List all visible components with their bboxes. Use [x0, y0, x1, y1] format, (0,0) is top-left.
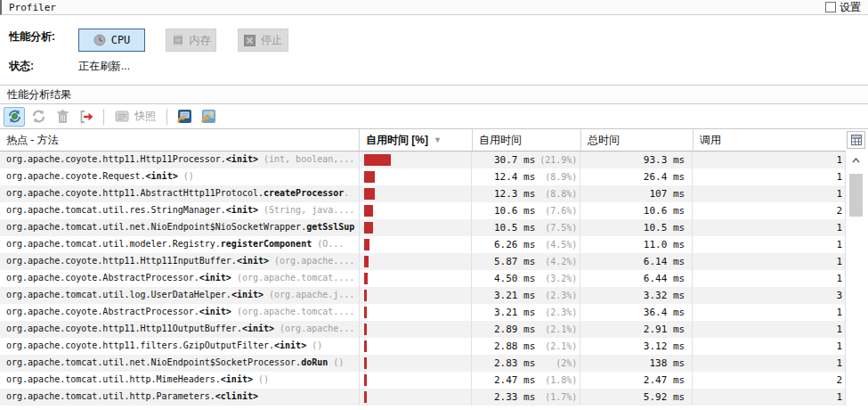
- memory-chip-icon: [172, 35, 184, 45]
- selftime-pct: (8.9%): [535, 172, 577, 182]
- selftime-pct: (2.3%): [535, 291, 577, 300]
- selftime-bar: [364, 239, 369, 250]
- invocations-value: 1: [692, 270, 845, 287]
- selftime-pct: (21.9%): [535, 155, 577, 165]
- table-row[interactable]: org.apache.coyote.AbstractProcessor.<ini…: [0, 270, 845, 287]
- selftime-pct: (3.2%): [535, 274, 577, 283]
- method-package: org.apache.tomcat.util.net.NioEndpoint$N…: [6, 222, 306, 232]
- stop-button-label: 停止: [261, 33, 282, 48]
- table-row[interactable]: org.apache.tomcat.util.res.StringManager…: [0, 202, 845, 219]
- column-picker-button[interactable]: [847, 131, 865, 149]
- table-row[interactable]: org.apache.coyote.http11.Http11OutputBuf…: [0, 321, 845, 338]
- table-row[interactable]: org.apache.coyote.http11.AbstractHttp11P…: [0, 185, 845, 202]
- method-package: org.apache.tomcat.util.log.UserDataHelpe…: [6, 290, 231, 299]
- invocations-value: 1: [692, 236, 845, 253]
- method-package: org.apache.coyote.http11.AbstractHttp11P…: [6, 188, 264, 198]
- snapshot-button[interactable]: 快照: [110, 107, 160, 127]
- selftime-bar: [364, 171, 375, 183]
- selftime-value: 2.89 ms: [472, 324, 535, 335]
- table-row[interactable]: org.apache.tomcat.util.log.UserDataHelpe…: [0, 287, 845, 304]
- method-args: (org.apache.tomcat....: [231, 273, 354, 283]
- method-package: org.apache.coyote.Request.: [6, 171, 146, 181]
- cpu-button-label: CPU: [111, 34, 131, 46]
- selftime-bar: [364, 340, 367, 352]
- settings-checkbox[interactable]: [825, 2, 836, 12]
- selftime-value: 6.26 ms: [472, 239, 535, 250]
- window-titlebar: Profiler 设置: [0, 0, 868, 15]
- selftime-pct: (8.8%): [535, 189, 577, 199]
- selftime-value: 10.5 ms: [472, 222, 535, 234]
- profiling-label: 性能分析:: [9, 29, 55, 45]
- cpu-profile-button[interactable]: CPU: [78, 29, 145, 52]
- table-row[interactable]: org.apache.tomcat.util.modeler.Registry.…: [0, 236, 845, 253]
- table-row[interactable]: org.apache.tomcat.util.http.MimeHeaders.…: [0, 372, 845, 389]
- table-row[interactable]: org.apache.coyote.http11.filters.GzipOut…: [0, 338, 845, 355]
- totaltime-value: 3.32 ms: [580, 287, 692, 304]
- stop-x-icon: [244, 35, 256, 46]
- method-args: (org.apache...: [274, 324, 354, 333]
- method-name: createProcessor: [264, 188, 344, 198]
- column-header-self-time[interactable]: 自用时间: [472, 129, 580, 151]
- thread-dump-button[interactable]: [76, 107, 97, 127]
- table-row[interactable]: org.apache.tomcat.util.net.NioEndpoint$N…: [0, 219, 845, 236]
- totaltime-value: 5.92 ms: [580, 389, 692, 406]
- method-package: org.apache.tomcat.util.net.NioEndpoint$S…: [6, 357, 301, 367]
- selftime-bar: [364, 222, 373, 234]
- column-header-method[interactable]: 热点 - 方法: [0, 129, 359, 151]
- selftime-value: 3.21 ms: [472, 290, 535, 301]
- table-row[interactable]: org.apache.tomcat.util.http.Parameters.<…: [0, 389, 845, 406]
- selftime-value: 2.83 ms: [472, 357, 535, 369]
- table-row[interactable]: org.apache.coyote.Request.<init> () 12.4…: [0, 168, 845, 185]
- column-header-invocations[interactable]: 调用: [693, 129, 846, 151]
- scroll-up-button[interactable]: [848, 153, 864, 168]
- table-row[interactable]: org.apache.coyote.AbstractProcessor.<ini…: [0, 304, 845, 321]
- delete-results-button[interactable]: [52, 107, 73, 127]
- method-args: (O...: [312, 239, 344, 249]
- memory-profile-button[interactable]: 内存: [166, 29, 216, 52]
- profiler-controls: 性能分析: CPU 内存 停止 状态: 正在刷新...: [0, 15, 868, 85]
- method-package: org.apache.coyote.AbstractProcessor.: [6, 273, 199, 283]
- method-name: getSslSup: [306, 222, 354, 232]
- method-name: <clinit>: [215, 391, 258, 401]
- export-data-button[interactable]: [174, 107, 195, 127]
- column-header-self-pct[interactable]: 自用时间 [%] ▼: [359, 129, 472, 151]
- selftime-bar: [364, 273, 368, 284]
- totaltime-value: 138 ms: [580, 355, 692, 372]
- invocations-value: 1: [692, 321, 845, 338]
- method-package: org.apache.coyote.AbstractProcessor.: [6, 307, 199, 316]
- auto-refresh-toggle-button[interactable]: [4, 107, 25, 127]
- method-args: (): [178, 171, 194, 181]
- snapshot-button-label: 快照: [134, 109, 156, 124]
- refresh-icon: [31, 109, 46, 124]
- results-section-title: 性能分析结果: [7, 87, 71, 102]
- scrollbar-thumb[interactable]: [849, 174, 863, 217]
- totaltime-value: 26.4 ms: [580, 168, 692, 185]
- invocations-value: 1: [692, 355, 845, 372]
- selftime-value: 5.87 ms: [472, 256, 535, 267]
- memory-button-label: 内存: [190, 33, 211, 48]
- totaltime-value: 2.47 ms: [580, 372, 692, 389]
- settings-toggle[interactable]: 设置: [825, 0, 861, 15]
- table-row[interactable]: org.apache.coyote.http11.Http11InputBuff…: [0, 253, 845, 270]
- vertical-scrollbar[interactable]: [848, 153, 864, 408]
- method-name: <init>: [231, 290, 264, 299]
- invocations-value: 1: [692, 185, 845, 202]
- stop-button[interactable]: 停止: [238, 29, 288, 52]
- selftime-bar: [364, 154, 391, 166]
- totaltime-value: 6.44 ms: [580, 270, 692, 287]
- method-args: (): [253, 374, 269, 384]
- method-package: org.apache.tomcat.util.http.MimeHeaders.: [6, 374, 221, 384]
- table-row[interactable]: org.apache.coyote.http11.Http11Processor…: [0, 152, 845, 168]
- selftime-bar: [364, 307, 367, 318]
- selftime-pct: (4.2%): [535, 257, 577, 266]
- method-args: (String, java....: [258, 205, 354, 215]
- selftime-bar: [364, 324, 367, 335]
- column-header-total-time[interactable]: 总时间: [580, 129, 693, 151]
- refresh-button[interactable]: [28, 107, 49, 127]
- table-row[interactable]: org.apache.tomcat.util.net.NioEndpoint$S…: [0, 355, 845, 372]
- invocations-value: 1: [692, 253, 845, 270]
- status-value: 正在刷新...: [78, 59, 130, 74]
- method-name: <init>: [226, 154, 258, 164]
- selftime-bar: [364, 188, 375, 200]
- save-image-button[interactable]: [198, 107, 219, 127]
